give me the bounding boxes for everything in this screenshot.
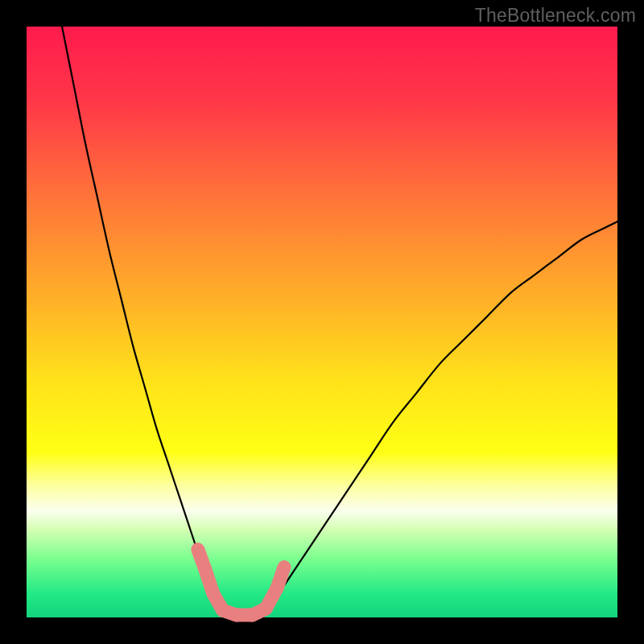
chart-overlay	[27, 27, 617, 617]
chart-plot-area	[27, 27, 617, 617]
watermark-text: TheBottleneck.com	[475, 5, 636, 27]
marker-segment	[277, 568, 284, 588]
chart-frame: TheBottleneck.com	[0, 0, 644, 644]
curve-left-curve	[62, 27, 228, 617]
curve-right-curve	[263, 221, 617, 617]
